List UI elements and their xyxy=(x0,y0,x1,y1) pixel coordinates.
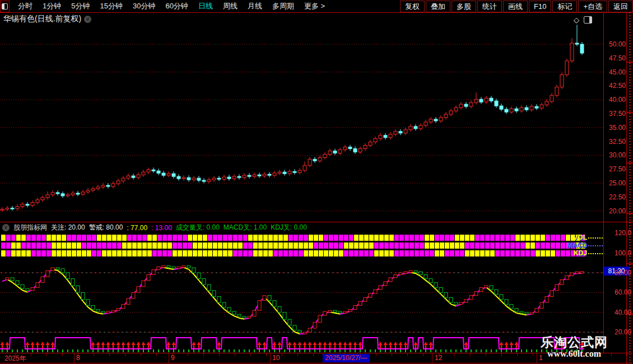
main-candlestick-chart[interactable] xyxy=(0,12,603,222)
price-axis-label: 42.50 xyxy=(609,82,626,90)
timeline-label: 9 xyxy=(171,354,175,362)
price-axis-label: 30.00 xyxy=(609,151,626,159)
toolbar-button-7[interactable]: 标记 xyxy=(552,1,577,12)
toolbar-button-8[interactable]: +自选 xyxy=(578,1,607,12)
period-tab-10[interactable]: 多周期 xyxy=(267,1,299,11)
toolbar-button-3[interactable]: 多股 xyxy=(452,1,476,12)
indicator-param-2: 警戒: 80.00 xyxy=(89,223,123,232)
chart-corner-icons: ◇ xyxy=(574,16,592,24)
toolbar-actions: 复权叠加多股统计画线F10标记+自选返回 xyxy=(399,1,633,12)
timeline-label: 8 xyxy=(76,354,80,362)
timeline-label: 10 xyxy=(272,354,280,362)
row-label-macd: MACD xyxy=(567,241,587,249)
indicator-param-4: : 13.00 xyxy=(151,224,172,232)
indicator-chevron-icon[interactable]: ∨ xyxy=(2,224,10,231)
indicator-axis-label: 60.00 xyxy=(615,288,631,296)
toolbar-button-4[interactable]: 统计 xyxy=(477,1,502,12)
month-tick-line xyxy=(169,353,169,363)
toolbar-button-6[interactable]: F10 xyxy=(529,1,551,12)
timeline-label: 12 xyxy=(435,354,442,362)
row-leader xyxy=(588,253,603,254)
selected-date-badge: 2025/10/27/— xyxy=(323,354,370,362)
price-axis-label: 22.50 xyxy=(609,193,626,201)
watermark-line2: www.60lt.com xyxy=(532,349,616,359)
period-tab-2[interactable]: 1分钟 xyxy=(38,1,66,11)
indicator-header: ∨ 股朋指标网 关注: 20.00警戒: 80.00: 77.00: 13.00… xyxy=(2,223,307,232)
toolbar-button-2[interactable]: 叠加 xyxy=(426,1,450,12)
vol-macd-kdj-block-rows xyxy=(0,233,603,258)
month-tick-line xyxy=(432,353,432,363)
price-axis-label: 32.50 xyxy=(609,138,626,146)
price-axis-label: 37.50 xyxy=(609,110,626,118)
price-axis-label: 40.00 xyxy=(609,96,626,104)
indicator-axis-label: 40.00 xyxy=(615,309,631,316)
indicator-param-3: : 77.00 xyxy=(127,224,147,232)
period-tab-1[interactable]: 分时 xyxy=(13,1,38,11)
indicator-axis-label: 100.0 xyxy=(615,249,631,257)
period-tab-9[interactable]: 月线 xyxy=(243,1,267,11)
watermark-line1: 乐淘公式网 xyxy=(532,335,616,349)
top-toolbar: 分时1分钟5分钟15分钟30分钟60分钟日线周线月线多周期更多 > 复权叠加多股… xyxy=(0,0,633,13)
toolbar-button-1[interactable]: 复权 xyxy=(400,1,425,12)
indicator-axis-label: 80.00 xyxy=(615,269,631,277)
indicator-source: 股朋指标网 xyxy=(13,223,47,232)
price-axis-label: 47.50 xyxy=(609,54,626,62)
diamond-marker-icon[interactable]: ◇ xyxy=(574,16,579,24)
indicator-axis-label: 120.0 xyxy=(615,229,631,237)
app-window: 分时1分钟5分钟15分钟30分钟60分钟日线周线月线多周期更多 > 复权叠加多股… xyxy=(0,0,633,364)
indicator-param-5: 成交量叉: 0.00 xyxy=(176,223,220,232)
indicator-axis-label: 20.00 xyxy=(615,328,631,336)
timeline-label: 2025年 xyxy=(4,354,26,363)
price-axis-label: 45.00 xyxy=(609,68,626,76)
row-label-vol: VOL xyxy=(573,234,587,241)
row-leader xyxy=(588,237,603,239)
indicator-param-1: 关注: 20.00 xyxy=(51,223,85,232)
period-tab-5[interactable]: 30分钟 xyxy=(128,1,160,11)
period-tab-11[interactable]: 更多 > xyxy=(299,1,330,11)
oscillator-chart[interactable] xyxy=(0,259,603,337)
price-axis-label: 27.50 xyxy=(609,165,626,173)
row-label-kdj: KDJ xyxy=(574,249,587,257)
indicator-param-6: MACD叉: 1.00 xyxy=(224,223,267,232)
period-tab-7[interactable]: 日线 xyxy=(193,1,218,11)
signal-wave-strip xyxy=(0,335,603,353)
price-axis-label: 35.00 xyxy=(609,124,626,132)
watermark: 乐淘公式网 www.60lt.com xyxy=(532,335,616,359)
sidebar-toggle-button[interactable] xyxy=(0,1,10,12)
page-title: 华锡有色(日线.前复权) xyxy=(3,14,81,24)
chevron-down-icon[interactable]: ∨ xyxy=(84,16,91,23)
month-tick-line xyxy=(74,353,75,363)
period-tab-4[interactable]: 15分钟 xyxy=(95,1,127,11)
sidebar-toggle-icon xyxy=(2,3,8,10)
chart-title-row: 华锡有色(日线.前复权) ∨ xyxy=(3,14,91,24)
indicator-axis: 81.30 120.0100.080.0060.0040.0020.00 xyxy=(603,222,632,353)
toolbar-button-9[interactable]: 返回 xyxy=(608,1,633,12)
period-tab-8[interactable]: 周线 xyxy=(218,1,243,11)
price-axis: 50.0047.5045.0042.5040.0037.5035.0032.50… xyxy=(603,12,627,222)
period-tabs: 分时1分钟5分钟15分钟30分钟60分钟日线周线月线多周期更多 > xyxy=(13,1,330,11)
indicator-param-7: KDJ叉: 0.00 xyxy=(271,223,307,232)
month-tick-line xyxy=(270,353,271,363)
period-tab-6[interactable]: 60分钟 xyxy=(160,1,193,11)
panel-layout-icon[interactable] xyxy=(584,16,592,24)
price-axis-label: 25.00 xyxy=(609,179,626,187)
toolbar-button-5[interactable]: 画线 xyxy=(503,1,528,12)
period-tab-3[interactable]: 5分钟 xyxy=(66,1,95,11)
price-axis-label: 50.00 xyxy=(609,40,626,48)
price-axis-label: 20.00 xyxy=(609,207,626,215)
row-leader xyxy=(588,245,603,246)
